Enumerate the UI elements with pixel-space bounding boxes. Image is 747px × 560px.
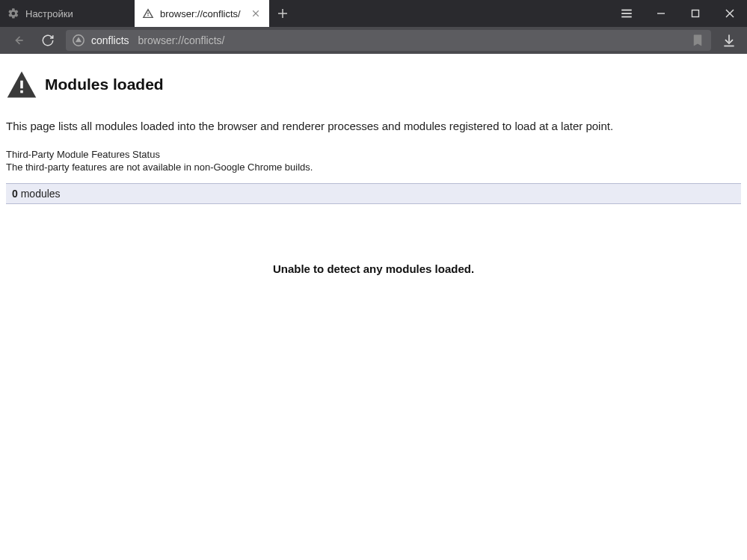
svg-rect-17 (20, 90, 23, 93)
menu-button[interactable] (609, 0, 644, 27)
modules-bar: 0 modules (6, 183, 741, 204)
svg-rect-8 (692, 10, 699, 17)
page-header: Modules loaded (6, 69, 741, 100)
warning-icon (6, 69, 37, 100)
back-button[interactable] (6, 28, 30, 52)
bookmark-icon[interactable] (690, 33, 705, 48)
tab-settings[interactable]: Настройки (0, 0, 135, 27)
tab-label: browser://conflicts/ (160, 8, 244, 19)
window-controls (644, 0, 747, 27)
empty-message: Unable to detect any modules loaded. (6, 262, 741, 275)
site-name: conflicts (91, 34, 129, 46)
svg-rect-16 (20, 81, 23, 89)
features-status-desc: The third-party features are not availab… (6, 161, 741, 173)
close-icon[interactable] (250, 7, 262, 19)
svg-marker-13 (76, 37, 82, 43)
tab-conflicts[interactable]: browser://conflicts/ (135, 0, 269, 27)
page-content: Modules loaded This page lists all modul… (0, 54, 747, 560)
close-window-button[interactable] (713, 0, 747, 27)
features-status-title: Third-Party Module Features Status (6, 149, 741, 160)
downloads-button[interactable] (717, 28, 741, 52)
toolbar: conflicts browser://conflicts/ (0, 27, 747, 54)
tab-label: Настройки (25, 8, 127, 19)
page-title: Modules loaded (45, 76, 164, 93)
features-status: Third-Party Module Features Status The t… (6, 149, 741, 173)
page-description: This page lists all modules loaded into … (6, 120, 741, 132)
minimize-button[interactable] (644, 0, 678, 27)
modules-label: modules (18, 188, 61, 200)
tab-bar: Настройки browser://conflicts/ (0, 0, 747, 27)
warning-icon (142, 7, 154, 19)
new-tab-button[interactable] (269, 0, 296, 27)
gear-icon (7, 7, 19, 19)
tab-bar-spacer (296, 0, 609, 27)
maximize-button[interactable] (678, 0, 713, 27)
url-text: browser://conflicts/ (138, 34, 225, 46)
reload-button[interactable] (36, 28, 60, 52)
browser-logo-icon (72, 34, 85, 47)
modules-count: 0 (12, 188, 18, 200)
address-bar[interactable]: conflicts browser://conflicts/ (66, 30, 711, 51)
